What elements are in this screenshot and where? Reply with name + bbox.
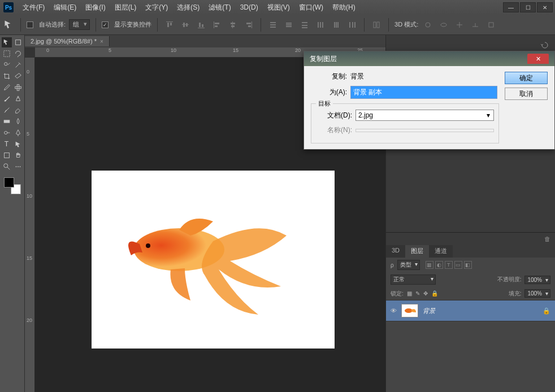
path-select-tool[interactable] [13,139,23,149]
filter-type-icon[interactable]: T [445,261,453,269]
panel-tab-3d[interactable]: 3D [386,245,405,258]
spot-heal-tool[interactable] [13,82,23,93]
distribute-bottom-icon[interactable] [298,19,311,31]
mode3d-orbit-icon[interactable] [422,19,434,31]
as-input[interactable]: 背景 副本 [350,86,497,99]
svg-rect-29 [322,22,323,28]
clone-stamp-tool[interactable] [13,94,23,104]
distribute-vcenter-icon[interactable] [283,19,295,31]
type-tool[interactable]: T [2,139,12,149]
panel-tab-layers[interactable]: 图层 [405,245,429,258]
name-label: 名称(N): [316,125,352,135]
tab-close-icon[interactable]: × [100,38,103,45]
menu-layer[interactable]: 图层(L) [110,3,141,12]
svg-point-51 [15,166,16,167]
blur-tool[interactable] [13,116,23,127]
svg-rect-9 [214,21,214,28]
align-left-icon[interactable] [211,19,223,31]
marquee-tool[interactable] [2,49,12,59]
svg-rect-26 [302,27,307,28]
dodge-tool[interactable] [2,128,12,138]
distribute-top-icon[interactable] [267,19,279,31]
slice-tool[interactable] [13,71,23,81]
crop-tool[interactable] [2,71,12,81]
menu-filter[interactable]: 滤镜(T) [204,3,235,12]
window-maximize-button[interactable]: ☐ [520,2,536,12]
color-swatches[interactable] [4,177,21,194]
mode3d-roll-icon[interactable] [437,19,450,31]
document-dropdown[interactable]: 2.jpg [355,110,494,121]
mode3d-scale-icon[interactable] [485,19,497,31]
move-tool[interactable] [2,37,12,47]
hand-tool[interactable] [13,150,23,160]
menu-select[interactable]: 选择(S) [172,3,204,12]
quick-select-tool[interactable] [2,60,12,70]
menu-view[interactable]: 视图(V) [263,3,294,12]
svg-rect-20 [270,27,276,28]
dialog-ok-button[interactable]: 确定 [505,72,548,84]
foreground-color-swatch[interactable] [4,177,14,188]
gradient-tool[interactable] [2,116,12,127]
artboard-tool[interactable] [13,37,23,47]
distribute-right-icon[interactable] [346,19,358,31]
show-transform-checkbox[interactable] [102,21,109,28]
ruler-tick: 5 [27,131,29,137]
blend-mode-dropdown[interactable]: 正常 [391,275,436,285]
auto-align-icon[interactable] [370,19,383,31]
window-minimize-button[interactable]: — [503,2,519,12]
lock-all-icon[interactable]: 🔒 [431,290,438,297]
filter-adjust-icon[interactable]: ◐ [435,261,443,269]
align-top-icon[interactable] [163,19,176,31]
options-bar: 自动选择: 组 显示变换控件 3D 模式: [0,15,555,35]
shape-tool[interactable] [2,150,12,160]
history-brush-tool[interactable] [2,105,12,115]
menu-file[interactable]: 文件(F) [18,3,49,12]
magic-wand-tool[interactable] [13,60,23,70]
filter-pixel-icon[interactable]: ▦ [426,261,433,269]
dialog-titlebar[interactable]: 复制图层 ✕ [304,51,554,66]
mode3d-slide-icon[interactable] [469,19,482,31]
align-vcenter-icon[interactable] [179,19,192,31]
document-tab[interactable]: 2.jpg @ 50%(RGB/8#) * × [25,36,110,46]
fill-value-dropdown[interactable]: 100% [524,289,550,298]
window-close-button[interactable]: ✕ [537,2,553,12]
layer-filter-dropdown[interactable]: 类型 [397,260,420,270]
lock-transparent-icon[interactable]: ▦ [407,290,412,297]
menu-help[interactable]: 帮助(H) [328,3,360,12]
filter-smart-icon[interactable]: ◧ [464,261,472,269]
brush-tool[interactable] [2,94,12,104]
dialog-close-button[interactable]: ✕ [527,54,549,64]
lasso-tool[interactable] [13,49,23,59]
svg-rect-44 [15,86,21,89]
auto-select-type-dropdown[interactable]: 组 [69,19,90,30]
visibility-eye-icon[interactable]: 👁 [391,307,397,314]
menu-type[interactable]: 文字(Y) [141,3,172,12]
distribute-hcenter-icon[interactable] [330,19,342,31]
layer-background[interactable]: 👁 背景 🔒 [386,300,555,321]
distribute-left-icon[interactable] [314,19,327,31]
eyedropper-tool[interactable] [2,82,12,93]
svg-rect-33 [349,22,350,28]
lock-image-icon[interactable]: ✎ [415,290,420,297]
zoom-tool[interactable] [2,162,12,172]
auto-select-checkbox[interactable] [27,21,33,28]
filter-shape-icon[interactable]: ▭ [454,261,462,269]
history-panel-icon[interactable] [539,40,550,51]
menu-3d[interactable]: 3D(D) [236,3,263,11]
lock-position-icon[interactable]: ✥ [423,290,428,297]
trash-icon[interactable]: 🗑 [544,236,550,242]
align-hcenter-icon[interactable] [227,19,239,31]
panel-tab-channels[interactable]: 通道 [429,245,453,258]
dialog-cancel-button[interactable]: 取消 [505,88,548,100]
menu-window[interactable]: 窗口(W) [294,3,328,12]
align-bottom-icon[interactable] [195,19,207,31]
eraser-tool[interactable] [13,105,23,115]
mode3d-pan-icon[interactable] [453,19,466,31]
align-right-icon[interactable] [242,19,255,31]
opacity-value-dropdown[interactable]: 100% [524,276,550,284]
document-tab-title: 2.jpg @ 50%(RGB/8#) * [31,38,97,45]
menu-edit[interactable]: 编辑(E) [49,3,81,12]
menu-image[interactable]: 图像(I) [81,3,110,12]
pen-tool[interactable] [13,128,23,138]
edit-toolbar[interactable] [13,162,23,172]
